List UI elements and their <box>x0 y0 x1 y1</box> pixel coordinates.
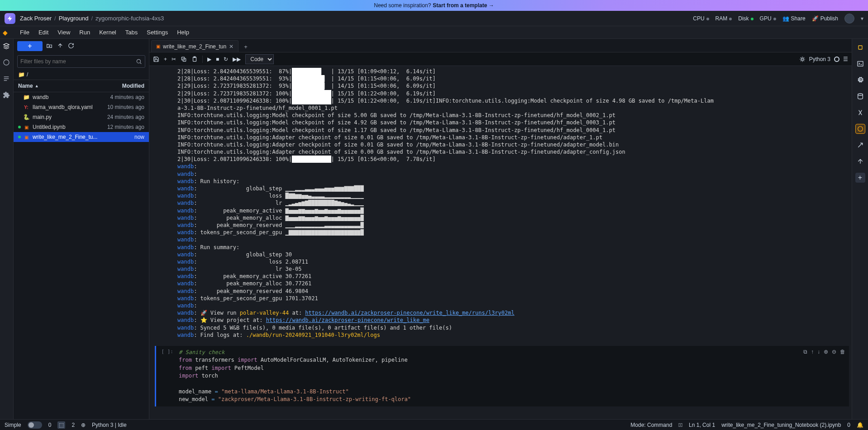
notebook-body[interactable]: 2|28|Loss: 2.842404365539551: 87%|██████… <box>149 66 852 419</box>
search-input[interactable] <box>20 58 136 65</box>
file-row[interactable]: ▣write_like_me_2_Fine_tu...now <box>14 132 149 142</box>
kernels-count[interactable]: 2 <box>72 422 75 428</box>
status-dot-icon <box>18 106 21 109</box>
launcher-icon[interactable]: ◆ <box>3 28 12 37</box>
run-icon[interactable]: ▶ <box>207 56 211 62</box>
avatar[interactable] <box>844 14 854 24</box>
menu-run[interactable]: Run <box>75 27 95 38</box>
delete-cell-icon[interactable]: 🗑 <box>840 349 845 404</box>
files-icon[interactable] <box>3 43 11 51</box>
refresh-icon[interactable] <box>68 43 75 50</box>
notification-count[interactable]: 0 <box>847 422 850 428</box>
line-col[interactable]: Ln 1, Col 1 <box>689 422 715 428</box>
terminal-icon[interactable] <box>855 59 865 69</box>
menu-help[interactable]: Help <box>172 27 194 38</box>
kernel-name[interactable]: Python 3 <box>809 56 830 62</box>
kernel-status[interactable]: Python 3 | Idle <box>92 422 127 428</box>
restart-icon[interactable]: ↻ <box>224 56 228 62</box>
code-cell[interactable]: [ ]: # Sanity check from transformers im… <box>155 346 849 406</box>
new-launcher-button[interactable]: + <box>17 41 43 51</box>
file-modified: 10 minutes ago <box>107 104 144 110</box>
publish-icon: 🚀 <box>812 15 819 22</box>
insert-above-icon[interactable]: ⊕ <box>824 349 828 404</box>
breadcrumb-user[interactable]: Zack Proser <box>20 15 52 22</box>
collapse-icon[interactable] <box>855 156 865 166</box>
menu-kernel[interactable]: Kernel <box>95 27 121 38</box>
file-modified: 12 minutes ago <box>107 124 144 130</box>
extensions-icon[interactable] <box>3 91 11 99</box>
banner-cta[interactable]: Start from a template → <box>433 2 494 9</box>
svg-rect-7 <box>858 46 862 49</box>
duplicate-icon[interactable]: ⧉ <box>803 349 807 404</box>
close-icon[interactable]: ✕ <box>229 43 234 50</box>
share-icon: 👥 <box>782 15 789 22</box>
move-down-icon[interactable]: ↓ <box>817 349 820 404</box>
file-row[interactable]: 🐍main.py24 minutes ago <box>14 112 149 122</box>
svg-point-6 <box>801 58 803 60</box>
bell-icon[interactable]: 🔔 <box>857 422 863 428</box>
path-breadcrumb[interactable]: 📁 / <box>14 70 149 80</box>
status-dot-icon <box>18 96 21 99</box>
storage-icon[interactable] <box>855 91 865 101</box>
menu-tabs[interactable]: Tabs <box>121 27 142 38</box>
menu-icon[interactable]: ☰ <box>843 56 848 62</box>
tab-notebook[interactable]: ▣ write_like_me_2_Fine_tun ✕ <box>151 40 238 52</box>
file-list: 📁wandb4 minutes agoY:llama_wandb_qlora.y… <box>14 92 149 419</box>
trusted-icon[interactable]: ✓⃝ <box>678 422 682 428</box>
move-up-icon[interactable]: ↑ <box>811 349 814 404</box>
file-search[interactable] <box>17 55 145 68</box>
env-icon[interactable]: ⊕ <box>81 422 86 428</box>
running-icon[interactable] <box>3 59 11 67</box>
app-logo-icon[interactable] <box>5 13 15 24</box>
debugger-icon[interactable] <box>799 56 806 62</box>
variables-icon[interactable] <box>855 108 865 118</box>
col-name[interactable]: Name▲ <box>18 83 122 89</box>
editor-area: ▣ write_like_me_2_Fine_tun ✕ + + ✂ ▶ ■ ↻… <box>149 39 852 419</box>
menu-edit[interactable]: Edit <box>34 27 53 38</box>
new-tab-button[interactable]: + <box>240 41 251 52</box>
settings-icon[interactable] <box>855 75 865 85</box>
add-panel-icon[interactable]: + <box>855 173 865 183</box>
chevron-down-icon[interactable]: ▾ <box>861 15 863 22</box>
modal-icon[interactable] <box>855 124 865 134</box>
toc-icon[interactable] <box>3 75 11 83</box>
cell-type-select[interactable]: Code <box>245 54 274 64</box>
add-cell-icon[interactable]: + <box>164 56 167 62</box>
deploy-icon[interactable] <box>855 140 865 150</box>
kernel-status-icon[interactable] <box>834 57 839 62</box>
menu-file[interactable]: File <box>15 27 34 38</box>
menu-view[interactable]: View <box>53 27 75 38</box>
cut-icon[interactable]: ✂ <box>172 56 176 62</box>
new-folder-icon[interactable] <box>46 43 53 50</box>
ram-indicator[interactable]: RAM <box>715 15 732 22</box>
cell-code[interactable]: # Sanity check from transformers import … <box>175 346 800 406</box>
svg-point-10 <box>858 94 863 95</box>
share-button[interactable]: 👥Share <box>782 15 806 22</box>
hardware-icon[interactable] <box>855 43 865 52</box>
upload-icon[interactable] <box>57 43 64 50</box>
paste-icon[interactable] <box>191 56 198 62</box>
file-row[interactable]: 📁wandb4 minutes ago <box>14 92 149 102</box>
col-modified[interactable]: Modified <box>122 83 144 89</box>
publish-button[interactable]: 🚀Publish <box>812 15 838 22</box>
insert-below-icon[interactable]: ⊖ <box>832 349 836 404</box>
file-row[interactable]: Y:llama_wandb_qlora.yaml10 minutes ago <box>14 102 149 112</box>
menu-settings[interactable]: Settings <box>142 27 172 38</box>
copy-icon[interactable] <box>181 56 187 62</box>
breadcrumb-workspace[interactable]: Playground <box>59 15 89 22</box>
simple-toggle[interactable] <box>28 421 42 429</box>
file-name: wandb <box>33 94 110 100</box>
file-name[interactable]: write_like_me_2_Fine_tuning_Notebook (2)… <box>721 422 841 428</box>
menubar: ◆ FileEditViewRunKernelTabsSettingsHelp <box>0 26 868 39</box>
cpu-indicator[interactable]: CPU <box>693 15 709 22</box>
save-icon[interactable] <box>153 56 159 62</box>
stop-icon[interactable]: ■ <box>216 56 219 62</box>
run-all-icon[interactable]: ▶▶ <box>233 56 241 62</box>
terminals-count[interactable]: 0 <box>48 422 52 428</box>
file-row[interactable]: ▣Untitled.ipynb12 minutes ago <box>14 122 149 132</box>
disk-indicator[interactable]: Disk <box>738 15 753 22</box>
breadcrumb-project[interactable]: zygomorphic-fuchsia-4xs3 <box>95 15 164 22</box>
gpu-indicator[interactable]: GPU <box>760 15 776 22</box>
mode-label[interactable]: Mode: Command <box>630 422 672 428</box>
file-name: write_like_me_2_Fine_tu... <box>33 134 134 140</box>
